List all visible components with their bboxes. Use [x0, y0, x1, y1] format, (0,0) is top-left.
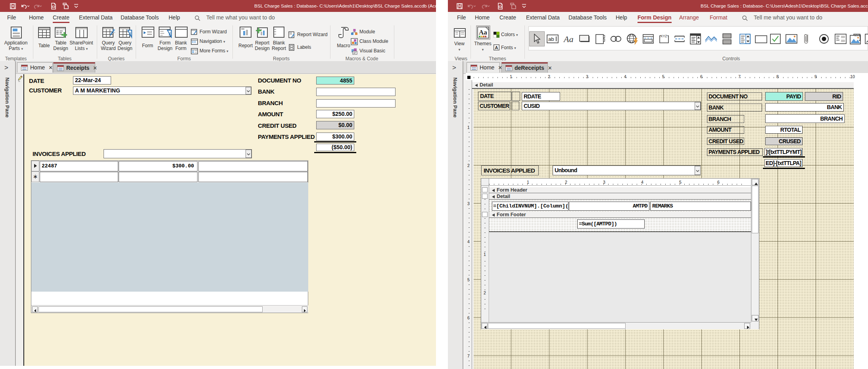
svg-text:Aa: Aa	[563, 34, 573, 44]
svg-text:Aa: Aa	[479, 29, 487, 36]
svg-text:ab: ab	[548, 36, 554, 42]
svg-text:XYZ: XYZ	[661, 34, 667, 38]
svg-text:A: A	[495, 45, 498, 50]
svg-text:XYZ: XYZ	[855, 34, 861, 37]
